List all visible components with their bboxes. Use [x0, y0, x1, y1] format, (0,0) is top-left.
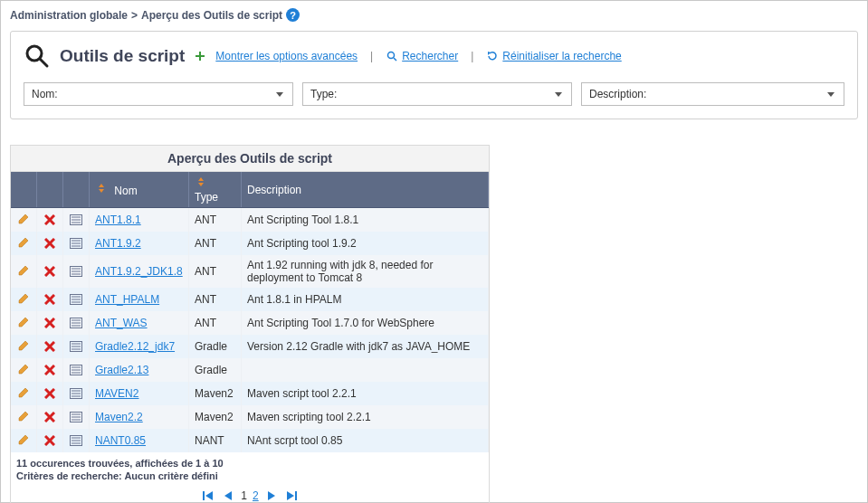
table-row: Gradle2.13Gradle [11, 358, 489, 382]
edit-icon[interactable] [16, 385, 31, 400]
search-link[interactable]: Rechercher [386, 50, 458, 62]
delete-icon[interactable] [43, 339, 57, 354]
detail-icon[interactable] [69, 410, 83, 424]
filter-type-select[interactable]: Type: [302, 82, 572, 106]
svg-marker-53 [19, 365, 28, 374]
row-name-link[interactable]: Gradle2.12_jdk7 [95, 340, 175, 353]
col-type-label: Type [195, 191, 218, 204]
pager-page-1[interactable]: 1 [241, 489, 247, 502]
delete-icon[interactable] [43, 386, 57, 401]
svg-marker-83 [224, 491, 232, 500]
edit-icon[interactable] [16, 338, 31, 353]
svg-rect-81 [203, 491, 205, 500]
row-desc: Ant 1.8.1 in HPALM [247, 293, 342, 306]
detail-icon[interactable] [69, 316, 83, 330]
delete-icon[interactable] [43, 292, 57, 307]
delete-icon[interactable] [43, 433, 57, 448]
detail-icon[interactable] [69, 363, 83, 377]
filter-desc-select[interactable]: Description: [581, 82, 844, 106]
col-type-header[interactable]: Type [189, 172, 242, 208]
detail-icon[interactable] [69, 213, 83, 227]
col-desc-header[interactable]: Description [242, 172, 489, 208]
svg-marker-85 [287, 491, 294, 500]
pager-page-2[interactable]: 2 [253, 489, 259, 502]
delete-icon[interactable] [43, 363, 57, 377]
table-row: NANT0.85NANTNAnt scrpt tool 0.85 [11, 429, 489, 452]
col-delete [37, 172, 63, 208]
row-type: Gradle [195, 340, 227, 353]
edit-icon[interactable] [16, 235, 31, 250]
pager-first-icon[interactable] [201, 489, 215, 503]
svg-marker-39 [19, 318, 28, 327]
filter-desc-label: Description: [589, 88, 646, 100]
svg-marker-60 [19, 388, 28, 397]
delete-icon[interactable] [43, 410, 57, 424]
detail-icon[interactable] [69, 264, 83, 279]
pager-last-icon[interactable] [284, 489, 299, 503]
svg-marker-18 [19, 238, 28, 247]
separator: | [370, 50, 373, 62]
pager-next-icon[interactable] [264, 489, 279, 503]
breadcrumb-part1[interactable]: Administration globale [10, 9, 128, 22]
detail-icon[interactable] [69, 386, 83, 401]
delete-icon[interactable] [43, 236, 57, 251]
row-desc: Version 2.12 Gradle with jdk7 as JAVA_HO… [247, 340, 470, 353]
row-name-link[interactable]: MAVEN2 [95, 387, 138, 400]
separator: | [471, 50, 473, 62]
svg-marker-82 [205, 491, 213, 500]
pager-prev-icon[interactable] [221, 489, 235, 503]
search-panel: Outils de script Montrer les options ava… [10, 31, 858, 119]
row-name-link[interactable]: Maven2.2 [95, 411, 143, 423]
edit-icon[interactable] [16, 432, 31, 447]
edit-icon[interactable] [16, 409, 31, 423]
reset-search-link[interactable]: Réinitialiser la recherche [486, 50, 621, 62]
row-type: ANT [195, 317, 216, 329]
row-name-link[interactable]: ANT1.9.2_JDK1.8 [95, 265, 183, 278]
row-type: NANT [195, 434, 224, 447]
row-type: ANT [195, 265, 216, 278]
table-row: ANT1.9.2ANTAnt Scripting tool 1.9.2 [11, 232, 489, 255]
table-row: Maven2.2Maven2Maven scripting tool 2.2.1 [11, 405, 489, 429]
edit-icon[interactable] [16, 212, 31, 226]
row-name-link[interactable]: Gradle2.13 [95, 364, 148, 376]
edit-icon[interactable] [16, 362, 31, 376]
delete-icon[interactable] [43, 213, 57, 227]
help-icon[interactable]: ? [286, 8, 300, 22]
col-name-header[interactable]: Nom [90, 172, 189, 208]
table-row: ANT1.9.2_JDK1.8ANTAnt 1.92 running with … [11, 255, 489, 288]
edit-icon[interactable] [16, 263, 31, 278]
row-name-link[interactable]: ANT_WAS [95, 317, 148, 329]
svg-marker-11 [19, 214, 28, 223]
svg-marker-32 [19, 294, 28, 303]
delete-icon[interactable] [43, 316, 57, 330]
detail-icon[interactable] [69, 339, 83, 354]
edit-icon[interactable] [16, 291, 31, 306]
results-count: 11 occurences trouvées, affichées de 1 à… [11, 452, 489, 470]
results-table: Nom Type Description ANT1.8.1ANTAnt Scri… [11, 172, 489, 452]
svg-rect-3 [196, 55, 205, 57]
pager: 1 2 [11, 489, 489, 503]
row-type: Maven2 [195, 387, 234, 400]
table-row: ANT_WASANTAnt Scripting Tool 1.7.0 for W… [11, 311, 489, 335]
svg-line-5 [394, 58, 396, 61]
detail-icon[interactable] [69, 292, 83, 307]
col-detail [63, 172, 90, 208]
reset-link-label: Réinitialiser la recherche [502, 50, 621, 62]
detail-icon[interactable] [69, 236, 83, 251]
filter-name-label: Nom: [32, 88, 58, 100]
row-desc: Ant Scripting Tool 1.7.0 for WebSphere [247, 317, 434, 329]
detail-icon[interactable] [69, 433, 83, 448]
row-desc: Ant 1.92 running with jdk 8, needed for … [247, 259, 433, 284]
row-desc: Ant Scripting tool 1.9.2 [247, 237, 357, 250]
delete-icon[interactable] [43, 264, 57, 279]
row-desc: Maven scripting tool 2.2.1 [247, 411, 371, 423]
panel-title: Outils de script [60, 46, 185, 66]
row-name-link[interactable]: ANT1.9.2 [95, 237, 141, 250]
row-name-link[interactable]: ANT1.8.1 [95, 214, 141, 226]
row-name-link[interactable]: NANT0.85 [95, 434, 146, 447]
advanced-options-link[interactable]: Montrer les options avancées [215, 50, 358, 62]
table-row: ANT1.8.1ANTAnt Scripting Tool 1.8.1 [11, 208, 489, 233]
edit-icon[interactable] [16, 315, 31, 329]
filter-name-select[interactable]: Nom: [24, 82, 293, 106]
row-name-link[interactable]: ANT_HPALM [95, 293, 159, 306]
